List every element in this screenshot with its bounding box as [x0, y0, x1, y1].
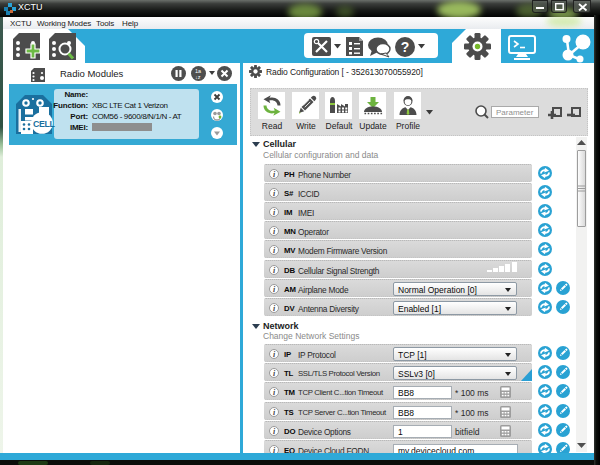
svg-text:CELL: CELL [33, 119, 55, 129]
svg-text:↓z: ↓z [195, 74, 201, 80]
svg-text:?: ? [401, 39, 410, 55]
